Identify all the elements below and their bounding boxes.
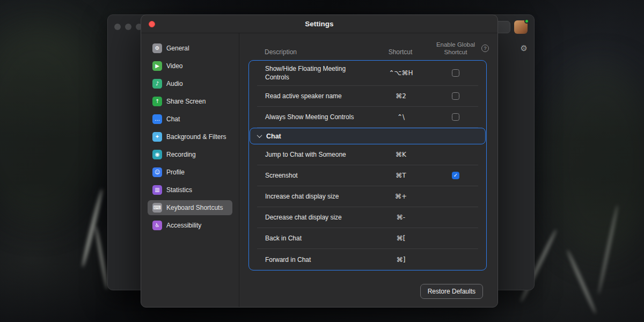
- shortcut-description: Back in Chat: [265, 230, 369, 246]
- sidebar-item-label: Recording: [166, 151, 196, 158]
- shortcut-row[interactable]: Jump to Chat with Someone ⌘K: [257, 144, 478, 165]
- online-status-dot: [524, 19, 529, 24]
- shortcut-row[interactable]: Always Show Meeting Controls ⌃\: [257, 107, 478, 128]
- shortcut-keys[interactable]: ⌘+: [369, 193, 433, 200]
- audio-speaker-icon: ♪: [152, 79, 162, 89]
- sidebar-item-audio[interactable]: ♪ Audio: [148, 76, 232, 91]
- sidebar-item-recording[interactable]: ◉ Recording: [148, 147, 232, 162]
- help-icon[interactable]: ?: [481, 45, 489, 52]
- shortcut-keys[interactable]: ⌘[: [369, 235, 433, 242]
- shortcut-description: Increase chat display size: [265, 188, 369, 204]
- background-foliage: [542, 64, 644, 258]
- record-icon: ◉: [152, 150, 162, 159]
- enable-global-header-group: Enable Global Shortcut ?: [433, 41, 489, 56]
- shortcut-description: Decrease chat display size: [265, 209, 369, 225]
- restore-defaults-button[interactable]: Restore Defaults: [420, 284, 483, 299]
- enable-global-shortcut-checkbox[interactable]: [452, 69, 459, 77]
- sidebar-item-label: Profile: [166, 169, 185, 176]
- sidebar-item-label: Chat: [166, 115, 180, 123]
- sidebar-item-label: Video: [166, 62, 182, 70]
- chat-bubble-icon: …: [152, 114, 162, 124]
- share-screen-icon: ↑: [152, 97, 162, 106]
- panel-footer: Restore Defaults: [248, 284, 487, 299]
- shortcut-keys[interactable]: ⌃⌥⌘H: [369, 69, 433, 77]
- shortcut-keys[interactable]: ⌘]: [369, 256, 433, 264]
- sidebar-item-label: Audio: [166, 80, 183, 87]
- chevron-down-icon: [257, 133, 262, 138]
- background-filters-icon: ✦: [152, 132, 162, 142]
- shortcut-row[interactable]: Forward in Chat ⌘]: [257, 249, 478, 270]
- sidebar-item-statistics[interactable]: ▥ Statistics: [148, 182, 232, 197]
- shortcut-description: Always Show Meeting Controls: [265, 109, 369, 125]
- statistics-bars-icon: ▥: [152, 185, 162, 195]
- profile-person-icon: ☺: [152, 167, 162, 177]
- shortcut-keys[interactable]: ⌘-: [369, 214, 433, 221]
- shortcut-row[interactable]: Show/Hide Floating Meeting Controls ⌃⌥⌘H: [257, 61, 478, 86]
- sidebar-item-keyboard-shortcuts[interactable]: ⌨ Keyboard Shortcuts: [148, 200, 232, 215]
- accessibility-icon: ♿: [152, 221, 162, 230]
- sidebar-item-label: Statistics: [166, 186, 192, 194]
- close-button[interactable]: [149, 21, 155, 27]
- enable-global-column-header: Enable Global Shortcut: [433, 41, 479, 56]
- sidebar-item-label: Share Screen: [166, 98, 206, 105]
- shortcut-description: Jump to Chat with Someone: [265, 147, 369, 163]
- sidebar-item-chat[interactable]: … Chat: [148, 112, 232, 127]
- traffic-light-minimize[interactable]: [125, 24, 131, 30]
- shortcut-keys[interactable]: ⌘2: [369, 92, 433, 100]
- grass-blade: [94, 225, 109, 289]
- settings-sidebar: ⚙ General ▶ Video ♪ Audio ↑ Share Screen…: [141, 33, 239, 307]
- shortcut-description: Screenshot: [265, 167, 369, 184]
- sidebar-item-label: Accessibility: [166, 222, 201, 229]
- enable-global-shortcut-checkbox[interactable]: [452, 113, 459, 121]
- sidebar-item-accessibility[interactable]: ♿ Accessibility: [148, 218, 232, 233]
- sidebar-item-label: General: [166, 45, 189, 52]
- settings-titlebar: Settings: [141, 15, 497, 33]
- shortcut-row[interactable]: Decrease chat display size ⌘-: [257, 207, 478, 228]
- traffic-light-close[interactable]: [114, 24, 121, 30]
- sidebar-item-share-screen[interactable]: ↑ Share Screen: [148, 94, 232, 109]
- shortcut-keys[interactable]: ⌘K: [369, 151, 433, 158]
- video-camera-icon: ▶: [152, 61, 162, 71]
- description-column-header: Description: [265, 48, 368, 56]
- shortcut-row[interactable]: Screenshot ⌘T: [257, 165, 478, 186]
- sidebar-item-video[interactable]: ▶ Video: [148, 58, 232, 74]
- sidebar-item-profile[interactable]: ☺ Profile: [148, 165, 232, 180]
- chat-section-label: Chat: [266, 133, 281, 140]
- sidebar-item-general[interactable]: ⚙ General: [148, 41, 232, 56]
- shortcut-list: Show/Hide Floating Meeting Controls ⌃⌥⌘H…: [248, 60, 487, 270]
- gear-icon: ⚙: [152, 43, 162, 53]
- grass-blade: [566, 249, 597, 314]
- shortcut-row[interactable]: Read active speaker name ⌘2: [257, 86, 478, 107]
- shortcut-description: Read active speaker name: [265, 88, 369, 104]
- enable-global-shortcut-checkbox[interactable]: [452, 92, 459, 100]
- user-avatar[interactable]: [514, 20, 528, 34]
- shortcut-keys[interactable]: ⌘T: [369, 172, 433, 179]
- shortcut-row[interactable]: Back in Chat ⌘[: [257, 228, 478, 249]
- sidebar-item-label: Keyboard Shortcuts: [166, 204, 223, 211]
- shortcut-description: Forward in Chat: [265, 252, 369, 268]
- shortcut-description: Show/Hide Floating Meeting Controls: [265, 61, 369, 85]
- window-controls: [114, 24, 142, 30]
- background-foliage: [0, 21, 107, 225]
- settings-window: Settings ⚙ General ▶ Video ♪ Audio ↑ Sha…: [141, 14, 498, 308]
- shortcut-column-header: Shortcut: [368, 48, 433, 56]
- keyboard-icon: ⌨: [152, 203, 162, 213]
- gear-icon[interactable]: ⚙: [521, 43, 528, 53]
- sidebar-item-background-filters[interactable]: ✦ Background & Filters: [148, 129, 232, 144]
- shortcut-keys[interactable]: ⌃\: [369, 113, 433, 121]
- shortcut-row[interactable]: Increase chat display size ⌘+: [257, 186, 478, 207]
- window-title: Settings: [305, 20, 333, 28]
- chat-section-header[interactable]: Chat: [250, 128, 486, 144]
- keyboard-shortcuts-panel: Description Shortcut Enable Global Short…: [239, 33, 497, 307]
- column-headers: Description Shortcut Enable Global Short…: [248, 40, 487, 60]
- enable-global-shortcut-checkbox[interactable]: [452, 172, 459, 179]
- sidebar-item-label: Background & Filters: [166, 133, 226, 141]
